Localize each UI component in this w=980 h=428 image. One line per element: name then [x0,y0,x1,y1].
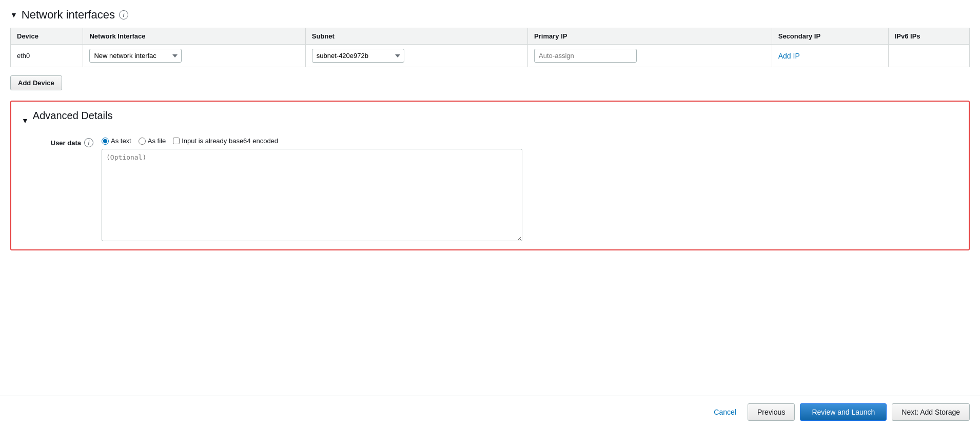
cell-subnet[interactable]: subnet-420e972b [305,45,527,67]
add-device-button[interactable]: Add Device [10,75,62,90]
advanced-details-section: ▼ Advanced Details User data i As text A… [10,101,970,250]
col-header-ipv6-ips: IPv6 IPs [888,28,969,45]
advanced-details-title: Advanced Details [33,110,113,122]
col-header-network-interface: Network Interface [83,28,305,45]
next-add-storage-button[interactable]: Next: Add Storage [892,403,970,421]
as-text-radio[interactable] [102,138,109,145]
base64-label: Input is already base64 encoded [182,137,278,145]
as-file-label: As file [148,137,166,145]
as-text-option[interactable]: As text [102,137,131,145]
base64-checkbox[interactable] [173,138,180,144]
network-interface-select[interactable]: New network interfac [89,49,182,63]
user-data-label-group: User data i [22,137,93,147]
col-header-primary-ip: Primary IP [528,28,772,45]
previous-button[interactable]: Previous [748,403,795,421]
cell-secondary-ip[interactable]: Add IP [772,45,888,67]
network-interfaces-table: Device Network Interface Subnet Primary … [10,28,970,67]
cell-device: eth0 [11,45,83,67]
advanced-details-header: ▼ Advanced Details [22,110,958,131]
footer-bar: Cancel Previous Review and Launch Next: … [0,396,980,428]
review-launch-button[interactable]: Review and Launch [800,403,887,421]
add-ip-link[interactable]: Add IP [778,52,800,60]
col-header-subnet: Subnet [305,28,527,45]
user-data-row: User data i As text As file Input is al [22,137,958,241]
cell-primary-ip[interactable] [528,45,772,67]
network-interfaces-info-icon[interactable]: i [119,10,128,20]
cell-ipv6-ips [888,45,969,67]
as-text-label: As text [111,137,131,145]
cancel-button[interactable]: Cancel [708,404,742,420]
user-data-controls: As text As file Input is already base64 … [102,137,522,241]
user-data-label: User data [51,139,81,147]
col-header-secondary-ip: Secondary IP [772,28,888,45]
user-data-textarea[interactable] [102,149,522,241]
col-header-device: Device [11,28,83,45]
page-title: Network interfaces [22,8,115,22]
advanced-collapse-arrow-icon[interactable]: ▼ [22,116,29,125]
base64-option[interactable]: Input is already base64 encoded [173,137,278,145]
as-file-radio[interactable] [139,138,146,145]
as-file-option[interactable]: As file [139,137,166,145]
cell-network-interface[interactable]: New network interfac [83,45,305,67]
table-row: eth0 New network interfac subnet-420e972… [11,45,970,67]
collapse-arrow-icon[interactable]: ▼ [10,11,17,19]
user-data-info-icon[interactable]: i [84,138,93,147]
primary-ip-input[interactable] [534,49,637,63]
user-data-radio-group: As text As file Input is already base64 … [102,137,522,145]
subnet-select[interactable]: subnet-420e972b [312,49,404,63]
network-interfaces-section-header: ▼ Network interfaces i [10,8,970,22]
